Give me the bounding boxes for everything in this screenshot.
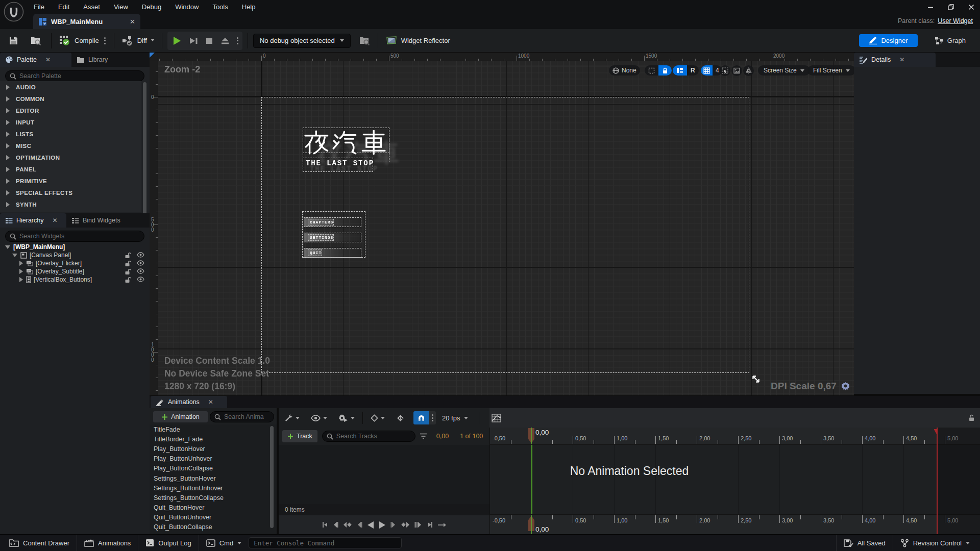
quit-button[interactable]: QUIT	[304, 248, 361, 258]
animations-scrollbar[interactable]	[270, 426, 274, 528]
expander-icon[interactable]	[19, 261, 23, 266]
timeline-area[interactable]: -0,500,501,001,502,002,503,003,504,004,5…	[489, 428, 980, 534]
auto-key-icon[interactable]	[396, 414, 405, 422]
design-canvas[interactable]: 夜汽車 THE LAST STOP THE LAST STOP CHAPTERS…	[158, 61, 854, 395]
hierarchy-close-icon[interactable]: ✕	[53, 217, 58, 224]
play-button[interactable]	[172, 36, 182, 46]
details-close-icon[interactable]: ✕	[899, 56, 904, 63]
select-zoom-icon[interactable]	[720, 65, 730, 76]
step-forward-button[interactable]	[414, 521, 423, 528]
expander-icon[interactable]	[6, 167, 10, 172]
animation-item-titlefade[interactable]: TitleFade	[150, 424, 277, 434]
playback-options-icon[interactable]	[338, 414, 355, 422]
menu-item-file[interactable]: File	[34, 3, 44, 11]
curve-editor-icon[interactable]	[492, 414, 501, 422]
designer-mode-button[interactable]: Designer	[859, 34, 918, 47]
expander-icon[interactable]	[6, 85, 10, 90]
snapping-toggle[interactable]	[413, 411, 429, 424]
tab-hierarchy[interactable]: Hierarchy ✕	[0, 213, 66, 228]
sequencer-lock-icon[interactable]	[968, 414, 975, 421]
hierarchy-root[interactable]: [WBP_MainMenu]	[0, 243, 150, 251]
localization-preview-pill[interactable]: None	[609, 65, 640, 76]
widget-reflector-button[interactable]: Widget Reflector	[383, 36, 452, 46]
minimize-icon[interactable]	[927, 4, 934, 11]
expander-icon[interactable]	[6, 96, 10, 102]
chapters-button[interactable]: CHAPTERS	[304, 217, 361, 227]
animation-item-settings_buttonhover[interactable]: Settings_ButtonHover	[150, 473, 277, 483]
screen-size-dropdown[interactable]: Screen Size	[758, 65, 810, 76]
stop-button[interactable]	[205, 37, 213, 45]
expander-icon[interactable]	[12, 254, 17, 257]
play-options-icon[interactable]	[237, 37, 238, 44]
content-drawer-button[interactable]: Content Drawer	[2, 535, 77, 551]
expander-icon[interactable]	[19, 269, 23, 274]
palette-category-misc[interactable]: MISC	[0, 140, 141, 152]
animation-item-play_buttoncollapse[interactable]: Play_ButtonCollapse	[150, 464, 277, 473]
frame-back-button[interactable]	[356, 521, 362, 528]
animations-drawer-button[interactable]: Animations	[77, 535, 138, 551]
animation-item-settings_buttoncollapse[interactable]: Settings_ButtonCollapse	[150, 493, 277, 503]
preview-background-icon[interactable]	[731, 65, 742, 76]
loop-mode-button[interactable]	[437, 522, 447, 528]
eye-visible-icon[interactable]	[137, 260, 144, 266]
palette-category-optimization[interactable]: OPTIMIZATION	[0, 152, 141, 163]
expander-icon[interactable]	[6, 108, 10, 113]
debug-object-dropdown[interactable]: No debug object selected	[253, 34, 351, 48]
add-track-button[interactable]: Track	[282, 430, 317, 442]
timeline-ruler-top[interactable]: -0,500,501,001,502,002,503,003,504,004,5…	[490, 428, 980, 445]
hierarchy-node-overlay_flicker[interactable]: [Overlay_Flicker]	[0, 259, 150, 267]
playback-range-end[interactable]	[937, 428, 938, 534]
animation-item-quit_buttonhover[interactable]: Quit_ButtonHover	[150, 503, 277, 513]
grid-snap-pill[interactable]: 4	[701, 65, 722, 76]
settings-button[interactable]: SETTINGS	[304, 233, 361, 242]
palette-category-editor[interactable]: EDITOR	[0, 105, 141, 116]
expander-icon[interactable]	[5, 245, 10, 249]
step-back-button[interactable]	[332, 521, 338, 528]
graph-mode-button[interactable]: Graph	[935, 34, 966, 47]
browse-asset-button[interactable]	[28, 35, 44, 46]
eject-button[interactable]	[220, 37, 230, 45]
previous-key-button[interactable]	[343, 521, 352, 528]
all-saved-button[interactable]: All Saved	[837, 535, 893, 551]
frame-counter-field[interactable]: 1 of 100	[460, 433, 483, 440]
sequencer-settings-icon[interactable]	[284, 414, 300, 422]
tab-library[interactable]: Library	[71, 53, 113, 67]
save-button[interactable]	[6, 35, 21, 46]
revision-control-button[interactable]: Revision Control	[893, 535, 977, 551]
hierarchy-node-overlay_subtitle[interactable]: [Overlay_Subtitle]	[0, 267, 150, 276]
fps-dropdown[interactable]: 20 fps	[442, 414, 468, 422]
close-icon[interactable]	[968, 4, 975, 11]
play-forward-button[interactable]	[379, 521, 386, 529]
palette-category-synth[interactable]: SYNTH	[0, 198, 141, 210]
menu-item-window[interactable]: Window	[175, 3, 199, 11]
tab-wbp-mainmenu[interactable]: WBP_MainMenu ✕	[33, 14, 140, 29]
menu-item-edit[interactable]: Edit	[58, 3, 69, 11]
lock-open-icon[interactable]	[125, 252, 131, 259]
expander-icon[interactable]	[6, 202, 10, 207]
tab-palette[interactable]: Palette ✕	[0, 53, 71, 67]
expander-icon[interactable]	[19, 277, 23, 282]
canvas-resize-handle[interactable]	[750, 373, 762, 385]
compile-button[interactable]: Compile	[57, 35, 101, 47]
tab-animations[interactable]: Animations ✕	[151, 396, 227, 408]
animation-item-quit_buttonunhover[interactable]: Quit_ButtonUnhover	[150, 513, 277, 522]
selection-lock-pill[interactable]	[645, 65, 672, 76]
palette-category-special-effects[interactable]: SPECIAL EFFECTS	[0, 187, 141, 198]
diff-button[interactable]: Diff	[119, 35, 157, 46]
track-search-input[interactable]: Search Tracks	[322, 431, 415, 442]
animation-item-titleborder_fade[interactable]: TitleBorder_Fade	[150, 434, 277, 444]
restore-icon[interactable]	[947, 4, 954, 11]
animation-item-play_buttonunhover[interactable]: Play_ButtonUnhover	[150, 454, 277, 464]
compile-options-icon[interactable]	[101, 37, 109, 44]
next-key-button[interactable]	[401, 521, 410, 528]
filter-icon[interactable]	[420, 433, 427, 439]
palette-search-input[interactable]: Search Palette	[5, 70, 144, 82]
palette-category-lists[interactable]: LISTS	[0, 128, 141, 140]
palette-category-input[interactable]: INPUT	[0, 116, 141, 128]
hierarchy-node-canvas panel[interactable]: [Canvas Panel]	[0, 251, 150, 259]
menu-item-view[interactable]: View	[114, 3, 128, 11]
debug-browse-icon[interactable]	[357, 35, 373, 46]
hierarchy-search-input[interactable]: Search Widgets	[5, 231, 144, 242]
jump-to-start-button[interactable]	[322, 521, 328, 528]
keyframe-options-icon[interactable]	[371, 414, 385, 422]
